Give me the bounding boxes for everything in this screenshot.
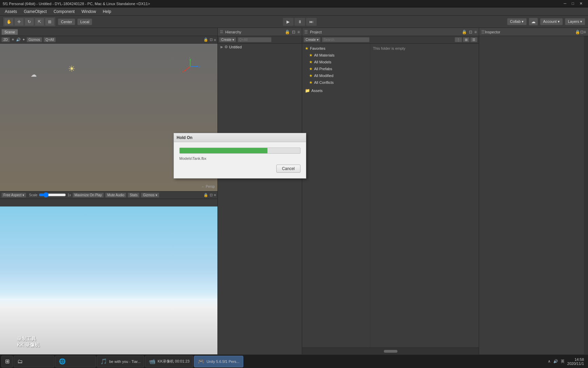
game-menu-btn[interactable]: ≡	[214, 193, 216, 197]
hierarchy-create-btn[interactable]: Create ▾	[219, 37, 236, 42]
all-models-item[interactable]: ★ All Models	[302, 59, 370, 65]
inspector-menu-btn[interactable]: ≡	[584, 30, 586, 34]
notify-icons[interactable]: ∧	[548, 359, 551, 364]
local-btn[interactable]: Local	[77, 18, 92, 25]
mute-audio-btn[interactable]: Mute Audio	[105, 193, 126, 198]
hierarchy-scene-item[interactable]: ▶ ⊙ Untitled	[218, 44, 302, 50]
step-button[interactable]: ⏭	[306, 18, 317, 26]
taskbar: ⊞ 🗂 🌐 🎵 be with you - Tiar... 📹 KK录像机 00…	[0, 354, 588, 368]
rotate-tool[interactable]: ↻	[24, 18, 34, 26]
hierarchy-search[interactable]	[238, 37, 272, 42]
pause-button[interactable]: ⏸	[294, 18, 305, 26]
scale-tool[interactable]: ⇱	[35, 18, 44, 26]
collab-button[interactable]: Collab ▾	[507, 18, 527, 25]
watermark-line2: KK 录像机	[17, 342, 39, 348]
qall-btn[interactable]: Q+All	[44, 37, 56, 42]
game-maximize-btn[interactable]: ⊡	[210, 193, 213, 197]
game-view: Free Aspect ▾ Scale 1x Maximize On Play …	[0, 191, 217, 355]
cancel-button[interactable]: Cancel	[276, 165, 300, 173]
sound-icon[interactable]: 🔊	[553, 359, 558, 364]
maximize-btn[interactable]: □	[572, 1, 574, 6]
hierarchy-panel: ☰ Hierarchy 🔒 ⊡ ≡ Create ▾ ▶ ⊙ Untitled	[218, 28, 302, 354]
hierarchy-lock-btn[interactable]: 🔒	[285, 30, 290, 34]
taskbar-music[interactable]: 🎵 be with you - Tiar...	[97, 356, 144, 367]
transform-gizmo: Z X Y	[180, 57, 200, 74]
watermark: 录制工具 KK 录像机	[17, 336, 39, 348]
taskbar-unity[interactable]: 🎮 Unity 5.6.5f1 Pers...	[194, 356, 243, 367]
move-tool[interactable]: ✛	[14, 18, 24, 26]
2d-btn[interactable]: 2D	[1, 37, 10, 42]
project-lock-btn[interactable]: 🔒	[462, 30, 467, 34]
rect-tool[interactable]: ⊞	[45, 18, 54, 26]
clock-time: 14:58	[567, 357, 584, 362]
assets-header[interactable]: 📁 Assets	[302, 87, 370, 94]
stats-btn[interactable]: Stats	[128, 193, 140, 198]
project-menu-btn[interactable]: ≡	[474, 30, 477, 34]
inspector-maximize-btn[interactable]: ⊡	[580, 30, 584, 34]
menu-assets[interactable]: Assets	[2, 9, 20, 15]
clock-date: 2020/11/1	[567, 362, 584, 366]
center-btn[interactable]: Center	[58, 18, 75, 25]
dialog-file-label: Models\Tank.fbx	[179, 156, 300, 160]
start-button[interactable]: ⊞	[1, 356, 13, 367]
watermark-line1: 录制工具	[17, 336, 39, 342]
minimize-btn[interactable]: ─	[564, 1, 567, 6]
hierarchy-maximize-btn[interactable]: ⊡	[292, 30, 295, 34]
menu-gameobject[interactable]: GameObject	[21, 9, 49, 15]
assets-label: Assets	[311, 89, 323, 93]
cloud-icon: ☁	[31, 71, 37, 78]
project-filter-btn[interactable]: ⋮	[455, 37, 462, 42]
all-conflicts-item[interactable]: ★ All Conflicts	[302, 79, 370, 86]
empty-folder-label: This folder is empty	[373, 46, 405, 50]
inspector-content	[479, 36, 584, 354]
inspector-panel-icon: ☰	[481, 30, 485, 34]
layers-button[interactable]: Layers ▾	[565, 18, 585, 25]
scene-menu-btn[interactable]: ≡	[214, 38, 216, 42]
svg-marker-1	[196, 66, 198, 67]
scene-fx-btn[interactable]: ✦	[22, 37, 25, 42]
all-prefabs-item[interactable]: ★ All Prefabs	[302, 65, 370, 72]
project-list-view-btn[interactable]: ☰	[470, 37, 477, 42]
maximize-on-play-btn[interactable]: Maximize On Play	[72, 193, 104, 198]
scale-slider[interactable]	[39, 193, 66, 197]
play-button[interactable]: ▶	[283, 18, 294, 26]
favorites-header[interactable]: ★ Favorites	[302, 45, 370, 52]
inspector-lock-btn[interactable]: 🔒	[575, 30, 580, 34]
hand-tool[interactable]: ✋	[4, 18, 14, 26]
cloud-button[interactable]: ☁	[529, 18, 538, 26]
menu-help[interactable]: Help	[100, 9, 114, 15]
inspector-scrollbar[interactable]	[584, 36, 588, 354]
free-aspect-btn[interactable]: Free Aspect ▾	[1, 193, 26, 198]
project-create-btn[interactable]: Create ▾	[304, 37, 321, 42]
hierarchy-menu-btn[interactable]: ≡	[297, 30, 300, 34]
music-label: be with you - Tiar...	[109, 359, 141, 364]
scene-tab[interactable]: Scene	[1, 29, 18, 35]
close-btn[interactable]: ✕	[579, 1, 583, 6]
menu-window[interactable]: Window	[79, 9, 99, 15]
all-modified-item[interactable]: ★ All Modified	[302, 72, 370, 79]
project-icon-view-btn[interactable]: ⊞	[463, 37, 470, 42]
scene-audio-btn[interactable]: 🔊	[16, 37, 21, 42]
project-scrollbar[interactable]	[302, 348, 479, 354]
dialog-title: Hold On	[177, 135, 193, 140]
viewport-area: Scene 2D ☀ 🔊 ✦ Gizmos Q+All 🔒 ⊡ ≡ ☀ ☁	[0, 28, 218, 354]
menu-component[interactable]: Component	[51, 9, 77, 15]
account-button[interactable]: Account ▾	[540, 18, 563, 25]
taskbar-recorder[interactable]: 📹 KK录像机 00:01:23	[145, 356, 193, 367]
svg-marker-7	[189, 59, 191, 61]
taskbar-file-explorer[interactable]: 🗂	[14, 356, 54, 367]
all-materials-item[interactable]: ★ All Materials	[302, 52, 370, 59]
project-search[interactable]	[322, 37, 370, 42]
taskbar-chrome[interactable]: 🌐	[55, 356, 96, 367]
game-lock-btn[interactable]: 🔒	[203, 193, 208, 197]
gizmos-btn[interactable]: Gizmos	[27, 37, 42, 42]
game-canvas[interactable]: 录制工具 KK 录像机	[0, 206, 217, 355]
horizon-line	[0, 299, 217, 300]
game-gizmos-btn[interactable]: Gizmos ▾	[141, 193, 159, 198]
all-models-label: All Models	[314, 60, 331, 64]
all-modified-label: All Modified	[314, 74, 333, 78]
scene-lock-btn[interactable]: 🔒	[203, 37, 208, 42]
project-maximize-btn[interactable]: ⊡	[469, 30, 472, 34]
scene-maximize-btn[interactable]: ⊡	[210, 37, 213, 42]
scene-lighting-btn[interactable]: ☀	[11, 37, 15, 42]
